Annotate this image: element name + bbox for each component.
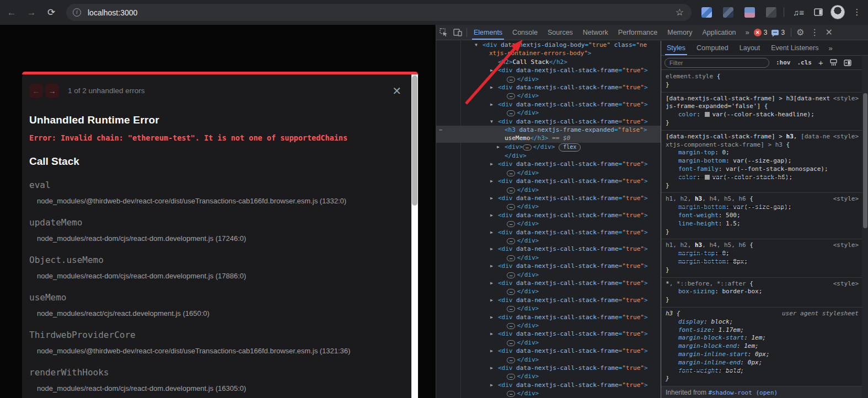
font-editor-icon[interactable] xyxy=(830,59,837,66)
dom-tree-node[interactable]: …</div> xyxy=(436,236,661,245)
forward-icon[interactable]: → xyxy=(23,4,40,21)
dom-tree-node[interactable]: …</div> xyxy=(436,169,661,177)
dom-tree-node[interactable]: …</div> xyxy=(436,389,661,397)
dom-tree-node[interactable]: xtjs-container-errors-body"> xyxy=(436,49,661,57)
expand-arrow-icon[interactable]: ▶ xyxy=(490,228,493,236)
reload-icon[interactable]: ⟳ xyxy=(43,4,60,21)
devtools-tab-memory[interactable]: Memory xyxy=(662,25,697,40)
css-declaration[interactable]: font-size: 1.17em; xyxy=(666,326,859,335)
rule-selector[interactable]: element.style { xyxy=(666,73,859,81)
expand-arrow-icon[interactable]: ▶ xyxy=(490,364,493,372)
inline-expand-icon[interactable]: … xyxy=(507,204,515,210)
stylesheet-source-link[interactable]: user agent stylesheet xyxy=(782,310,859,318)
inline-expand-icon[interactable]: … xyxy=(507,221,515,227)
css-declaration[interactable]: display: block; xyxy=(666,318,859,326)
back-icon[interactable]: ← xyxy=(3,4,20,21)
expand-arrow-icon[interactable]: ▶ xyxy=(490,296,493,304)
css-declaration[interactable]: margin-bottom: var(--size-gap); xyxy=(666,203,859,212)
inline-expand-icon[interactable]: … xyxy=(507,340,515,346)
dom-tree-node[interactable]: …</div> xyxy=(436,254,661,262)
dialog-scrollbar[interactable] xyxy=(411,74,418,398)
toggle-class-button[interactable]: .cls xyxy=(797,59,812,66)
devtools-tab-sources[interactable]: Sources xyxy=(543,25,578,40)
dom-tree-node[interactable]: useMemo</h3> == $0 xyxy=(436,134,661,142)
dom-tree-node[interactable]: …</div> xyxy=(436,271,661,279)
shadow-root-link[interactable]: #shadow-root (open) xyxy=(708,389,778,396)
dom-tree-node[interactable]: ▶<div data-nextjs-call-stack-frame="true… xyxy=(436,194,661,202)
expand-arrow-icon[interactable]: ▶ xyxy=(490,211,493,219)
dom-tree-node[interactable]: ▶<div data-nextjs-call-stack-frame="true… xyxy=(436,296,661,304)
expand-arrow-icon[interactable]: ▶ xyxy=(490,194,493,202)
inline-expand-icon[interactable]: … xyxy=(507,238,515,244)
previous-error-button[interactable]: ← xyxy=(29,84,43,98)
dom-tree-node[interactable]: ▶<div data-nextjs-call-stack-frame="true… xyxy=(436,66,661,74)
sidebar-tab-styles[interactable]: Styles xyxy=(661,41,691,55)
css-declaration[interactable]: line-height: 1.5; xyxy=(666,220,859,228)
css-declaration[interactable]: margin-top: 0; xyxy=(666,250,859,258)
profile-avatar[interactable] xyxy=(831,5,845,19)
color-swatch[interactable] xyxy=(705,112,710,117)
side-panel-icon[interactable] xyxy=(811,4,826,20)
error-count-icon[interactable]: ✕ xyxy=(754,29,762,36)
address-bar[interactable]: i localhost:3000 ☆ xyxy=(66,4,692,21)
extension-icon-2[interactable] xyxy=(723,7,733,18)
css-declaration[interactable]: color: var(--color-stack-h6); xyxy=(666,174,859,182)
inspect-element-icon[interactable] xyxy=(436,27,451,38)
stack-frame-location[interactable]: node_modules/react-dom/cjs/react-dom.dev… xyxy=(37,234,409,243)
dom-tree-node[interactable]: ⋯<h3 data-nextjs-frame-expanded="false"> xyxy=(436,126,661,134)
expand-arrow-icon[interactable]: ▶ xyxy=(490,100,493,109)
inline-expand-icon[interactable]: … xyxy=(507,187,515,193)
css-declaration[interactable]: font-weight: bold; xyxy=(666,367,859,375)
dom-tree-node[interactable]: ▶<div data-nextjs-call-stack-frame="true… xyxy=(436,160,661,168)
inline-expand-icon[interactable]: … xyxy=(507,306,515,312)
stylesheet-source-link[interactable]: <style> xyxy=(833,241,859,250)
expand-arrow-icon[interactable]: ▶ xyxy=(490,313,493,321)
css-declaration[interactable]: margin-block-start: 1em; xyxy=(666,334,859,342)
dom-tree-node[interactable]: ▶<div data-nextjs-call-stack-frame="true… xyxy=(436,364,661,372)
dom-tree-node[interactable]: ▶<div data-nextjs-call-stack-frame="true… xyxy=(436,83,661,92)
next-error-button[interactable]: → xyxy=(45,84,59,98)
dom-tree-node[interactable]: ▶<div data-nextjs-call-stack-frame="true… xyxy=(436,262,661,270)
css-declaration[interactable]: margin-inline-end: 0px; xyxy=(666,359,859,367)
sidebar-more-tabs-icon[interactable]: » xyxy=(824,44,837,52)
dom-tree-node[interactable]: …</div> xyxy=(436,287,661,295)
collapse-arrow-icon[interactable]: ▼ xyxy=(490,117,493,126)
styles-filter-input[interactable] xyxy=(665,58,769,68)
dom-tree-node[interactable]: ▶<div>…</div>flex xyxy=(436,143,661,152)
sidebar-tab-computed[interactable]: Computed xyxy=(691,41,734,55)
inline-expand-icon[interactable]: … xyxy=(507,255,515,261)
dom-tree-node[interactable]: </div> xyxy=(436,152,661,160)
dom-tree-node[interactable]: ▶<div data-nextjs-call-stack-frame="true… xyxy=(436,381,661,389)
inline-expand-icon[interactable]: … xyxy=(507,170,515,176)
rule-selector[interactable]: *, *::before, *::after { xyxy=(666,280,859,288)
dom-tree-node[interactable]: ▶<div data-nextjs-call-stack-frame="true… xyxy=(436,245,661,253)
css-declaration[interactable]: box-sizing: border-box; xyxy=(666,288,859,296)
issues-icon[interactable] xyxy=(771,30,779,35)
stylesheet-source-link[interactable]: <style> xyxy=(833,133,859,141)
stack-frame-location[interactable]: node_modules/react-dom/cjs/react-dom.dev… xyxy=(37,272,409,280)
inline-expand-icon[interactable]: … xyxy=(507,323,515,329)
inline-expand-icon[interactable]: … xyxy=(507,391,515,397)
settings-gear-icon[interactable]: ⚙ xyxy=(793,27,807,38)
expand-arrow-icon[interactable]: ▶ xyxy=(490,279,493,287)
inline-expand-icon[interactable]: … xyxy=(507,289,515,295)
devtools-menu-icon[interactable]: ⋮ xyxy=(807,27,822,38)
computed-sidebar-toggle-icon[interactable] xyxy=(844,60,851,66)
stylesheet-source-link[interactable]: <style> xyxy=(833,280,859,288)
rule-selector[interactable]: h1, h2, h3, h4, h5, h6 { xyxy=(666,241,859,250)
dom-tree-node[interactable]: ▶<div data-nextjs-call-stack-frame="true… xyxy=(436,313,661,321)
inline-expand-icon[interactable]: … xyxy=(507,110,515,116)
stack-frame-location[interactable]: node_modules/@thirdweb-dev/react-core/di… xyxy=(37,347,409,355)
stack-frame-location[interactable]: node_modules/@thirdweb-dev/react-core/di… xyxy=(37,197,409,205)
rule-selector[interactable]: [data-nextjs-call-stack-frame] > h3, [da… xyxy=(666,133,859,149)
stylesheet-source-link[interactable]: <style> xyxy=(833,95,859,103)
sidebar-tab-layout[interactable]: Layout xyxy=(734,41,766,55)
dom-tree-node[interactable]: …</div> xyxy=(436,338,661,347)
extension-icon-4[interactable] xyxy=(766,7,776,18)
css-declaration[interactable]: font-weight: 500; xyxy=(666,212,859,220)
devtools-tab-elements[interactable]: Elements xyxy=(469,25,507,40)
close-icon[interactable]: ✕ xyxy=(392,84,401,98)
stylesheet-source-link[interactable]: <style> xyxy=(833,195,859,203)
device-toolbar-icon[interactable] xyxy=(451,27,465,38)
dom-tree-node[interactable]: ▶<div data-nextjs-call-stack-frame="true… xyxy=(436,279,661,287)
